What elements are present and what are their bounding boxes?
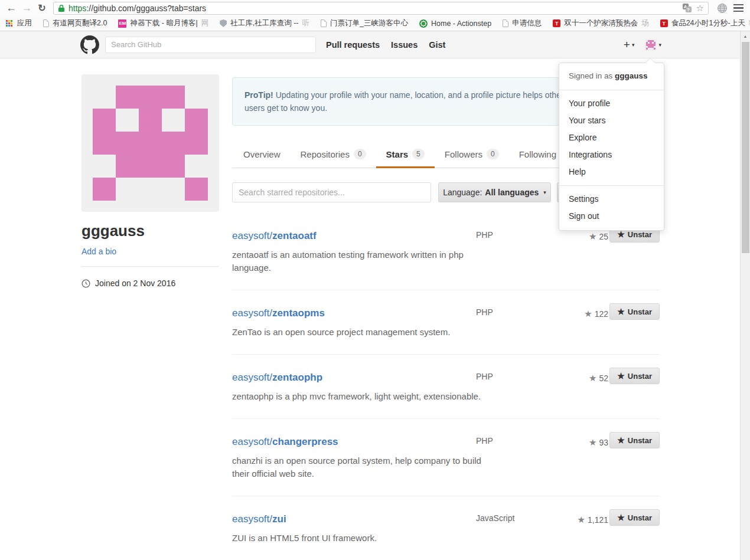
- header-nav-gist[interactable]: Gist: [429, 40, 445, 50]
- repo-star-count-link[interactable]: ★93: [589, 437, 608, 448]
- repo-link[interactable]: easysoft/zentaoatf: [232, 230, 317, 243]
- bookmark-label-faded: 场: [641, 18, 649, 28]
- repo-star-count-link[interactable]: ★25: [589, 231, 608, 242]
- menu-item-your-profile[interactable]: Your profile: [559, 95, 664, 112]
- actionstep-icon: [419, 19, 428, 28]
- star-icon: ★: [589, 437, 596, 447]
- tmall-icon: T: [660, 19, 668, 27]
- bookmark-item[interactable]: 应用: [6, 18, 32, 28]
- bookmark-item[interactable]: Home - Actionstep: [419, 19, 491, 28]
- starred-repo-list: easysoft/zentaoatf zentaoatf is an autom…: [232, 213, 660, 560]
- add-bio-link[interactable]: Add a bio: [81, 247, 116, 256]
- starred-repo-row: easysoft/zui ZUI is an HTML5 front UI fr…: [232, 496, 660, 560]
- unstar-button[interactable]: ★Unstar: [609, 303, 660, 320]
- browser-refresh-button[interactable]: ↻: [34, 1, 50, 15]
- star-count: 122: [595, 309, 608, 319]
- star-icon: ★: [617, 307, 625, 316]
- browser-menu-button[interactable]: [731, 2, 745, 14]
- repo-description: zentaophp is a php mvc framework, light …: [232, 390, 492, 403]
- chevron-down-icon: ▾: [658, 42, 661, 48]
- user-menu-button[interactable]: ▾: [645, 39, 661, 51]
- repo-link[interactable]: easysoft/zentaophp: [232, 371, 322, 384]
- active-tab-underline: [376, 166, 435, 168]
- repo-name: zentaopms: [272, 307, 325, 319]
- tab-repositories[interactable]: Repositories 0: [291, 142, 376, 168]
- header-nav-issues[interactable]: Issues: [391, 40, 418, 50]
- star-count: 1,121: [588, 515, 608, 525]
- repo-link[interactable]: easysoft/zui: [232, 513, 286, 526]
- profile-username: gggauss: [81, 222, 219, 240]
- bookmark-item[interactable]: 有道网页翻译2.0: [43, 18, 107, 28]
- tab-stars[interactable]: Stars 5: [376, 142, 435, 168]
- menu-item-integrations[interactable]: Integrations: [559, 146, 664, 163]
- repo-star-count-link[interactable]: ★122: [584, 309, 608, 319]
- tab-count-badge: 0: [487, 149, 499, 159]
- page-scrollbar[interactable]: ▲: [740, 31, 750, 560]
- menu-item-sign-out[interactable]: Sign out: [559, 208, 664, 225]
- unstar-button[interactable]: ★Unstar: [609, 509, 660, 526]
- menu-item-settings[interactable]: Settings: [559, 191, 664, 208]
- repo-link[interactable]: easysoft/zentaopms: [232, 307, 325, 320]
- repo-owner: easysoft: [232, 307, 269, 319]
- bookmark-item[interactable]: EM 神器下载 - 暗月博客| 网: [118, 18, 208, 28]
- repo-name: zentaophp: [272, 372, 322, 383]
- starred-repos-search-input[interactable]: [232, 182, 431, 202]
- tab-label: Overview: [243, 149, 281, 159]
- menu-item-your-stars[interactable]: Your stars: [559, 112, 664, 129]
- create-new-button[interactable]: + ▾: [624, 39, 635, 50]
- tab-label: Following: [519, 149, 556, 159]
- browser-back-button[interactable]: ←: [4, 1, 19, 15]
- translate-icon[interactable]: A?: [683, 4, 692, 12]
- bookmark-label: 双十一个护家清预热会: [564, 18, 638, 28]
- bookmark-item[interactable]: T 双十一个护家清预热会 场: [553, 18, 649, 28]
- scrollbar-up-arrow[interactable]: ▲: [741, 31, 750, 41]
- avatar: [645, 39, 657, 51]
- tab-label: Followers: [445, 149, 482, 159]
- chevron-down-icon: ▾: [632, 42, 635, 48]
- extension-globe-icon[interactable]: [717, 3, 728, 14]
- repo-link[interactable]: easysoft/changerpress: [232, 435, 338, 448]
- address-bar[interactable]: https://github.com/gggauss?tab=stars A? …: [53, 2, 709, 15]
- header-nav-pull-requests[interactable]: Pull requests: [326, 40, 380, 50]
- menu-item-explore[interactable]: Explore: [559, 129, 664, 146]
- bookmark-item[interactable]: T 食品24小时1分秒-上天 猫: [660, 18, 750, 28]
- bookmark-label: 应用: [17, 18, 32, 28]
- bookmark-item[interactable]: 社工库,社工库查询 -- 听: [220, 18, 309, 28]
- starred-repo-row: easysoft/zentaopms ZenTao is an open sou…: [232, 290, 660, 355]
- em-badge-icon: EM: [118, 19, 126, 28]
- scrollbar-thumb[interactable]: [742, 42, 749, 253]
- apps-grid-icon: [6, 20, 8, 22]
- profile-avatar: [81, 74, 219, 212]
- bookmark-star-icon[interactable]: ☆: [696, 4, 704, 12]
- tab-count-badge: 5: [412, 149, 425, 159]
- bookmark-label: 神器下载 - 暗月博客|: [130, 18, 197, 28]
- unstar-button[interactable]: ★Unstar: [609, 368, 660, 384]
- github-search-input[interactable]: [105, 37, 316, 53]
- tab-label: Repositories: [301, 149, 350, 159]
- bookmark-item[interactable]: 门票订单_三峡游客中心: [321, 18, 408, 28]
- repo-language: PHP: [476, 307, 493, 317]
- joined-date: Joined on 2 Nov 2016: [95, 279, 175, 288]
- repo-star-count-link[interactable]: ★52: [589, 373, 608, 384]
- repo-name: zentaoatf: [272, 230, 317, 241]
- star-icon: ★: [617, 513, 625, 522]
- tab-followers[interactable]: Followers 0: [435, 142, 509, 168]
- bookmark-label: 有道网页翻译2.0: [53, 18, 107, 28]
- repo-language: PHP: [476, 372, 493, 381]
- repo-owner: easysoft: [232, 436, 269, 447]
- language-filter-button[interactable]: Language: All languages ▾: [438, 182, 551, 202]
- menu-item-help[interactable]: Help: [559, 163, 664, 181]
- repo-star-count-link[interactable]: ★1,121: [578, 515, 609, 525]
- star-icon: ★: [584, 309, 592, 319]
- bookmark-item[interactable]: 申请信息: [503, 18, 542, 28]
- tab-overview[interactable]: Overview: [233, 142, 291, 168]
- tab-label: Stars: [386, 149, 409, 159]
- starred-repo-row: easysoft/zentaophp zentaophp is a php mv…: [232, 355, 660, 419]
- github-logo-icon[interactable]: [80, 35, 99, 54]
- browser-forward-button[interactable]: →: [19, 1, 34, 15]
- unstar-button[interactable]: ★Unstar: [609, 432, 660, 448]
- repo-description: ZenTao is an open source project managem…: [232, 326, 492, 339]
- repo-owner: easysoft: [232, 513, 269, 525]
- star-icon: ★: [578, 515, 585, 525]
- protip-strong: ProTip!: [244, 90, 273, 100]
